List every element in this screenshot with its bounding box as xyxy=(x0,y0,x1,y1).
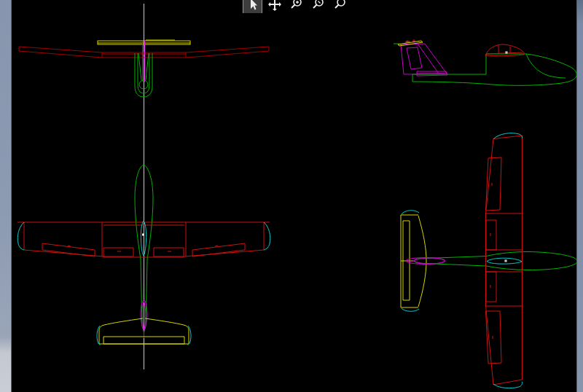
plan-cg-dot xyxy=(143,234,144,235)
side-cg-dot xyxy=(506,52,507,53)
rot-fuselage xyxy=(414,252,577,270)
rot-center-airfoil xyxy=(487,258,522,264)
cad-drawing xyxy=(0,0,583,392)
rot-cg-dot xyxy=(505,260,506,262)
select-tool-button[interactable] xyxy=(243,0,262,13)
window-frame-right xyxy=(576,0,583,392)
zoom-extents-tool-button[interactable] xyxy=(330,0,350,13)
magnifier-plus-icon xyxy=(289,0,304,12)
magnifier-icon xyxy=(333,0,348,12)
pan-tool-button[interactable] xyxy=(265,0,284,13)
magnifier-mark-icon xyxy=(311,0,326,12)
application-window xyxy=(0,0,583,392)
cursor-arrow-icon xyxy=(246,0,260,12)
window-frame-left xyxy=(0,0,12,392)
rot-wingtips xyxy=(493,133,523,388)
zoom-dynamic-tool-button[interactable] xyxy=(308,0,328,13)
pan-arrows-icon xyxy=(267,0,282,12)
side-view[interactable] xyxy=(394,40,576,85)
rotated-plan-view[interactable] xyxy=(401,133,577,388)
side-fin xyxy=(401,44,447,76)
zoom-in-tool-button[interactable] xyxy=(286,0,306,13)
rot-wing xyxy=(486,136,523,385)
view-toolbar xyxy=(243,0,350,13)
